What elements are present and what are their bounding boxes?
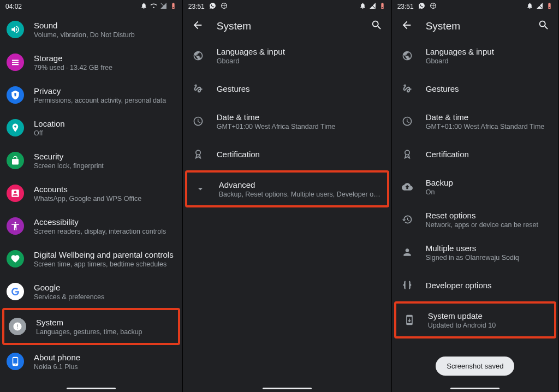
dnd-icon xyxy=(140,2,147,11)
item-title: System xyxy=(36,318,171,327)
item-title: Backup xyxy=(426,178,550,187)
settings-item-location[interactable]: LocationOff xyxy=(0,111,182,144)
system-list: Languages & inputGboard Gestures Date & … xyxy=(183,39,391,392)
system-item-reset[interactable]: Reset optionsNetwork, apps or device can… xyxy=(392,203,558,236)
settings-item-wellbeing[interactable]: Digital Wellbeing and parental controlsS… xyxy=(0,242,182,275)
item-subtitle: Volume, vibration, Do Not Disturb xyxy=(34,31,174,39)
system-item-update[interactable]: System updateUpdated to Android 10 xyxy=(396,304,554,336)
item-title: Advanced xyxy=(219,180,380,189)
item-subtitle: Network, apps or device can be reset xyxy=(426,221,550,229)
item-subtitle: Nokia 6.1 Plus xyxy=(34,363,174,371)
settings-item-system[interactable]: SystemLanguages, gestures, time, backup xyxy=(4,310,178,343)
braces-icon xyxy=(399,276,416,294)
nav-pill[interactable] xyxy=(67,388,116,389)
system-item-users[interactable]: Multiple usersSigned in as Olanrewaju So… xyxy=(392,236,558,269)
gesture-icon xyxy=(189,80,207,97)
globe-icon xyxy=(399,47,416,64)
update-icon xyxy=(401,311,418,329)
privacy-icon xyxy=(7,86,24,104)
item-title: Languages & input xyxy=(217,47,383,56)
item-title: Gestures xyxy=(426,84,550,93)
back-button[interactable] xyxy=(192,19,204,33)
nav-pill[interactable] xyxy=(263,388,312,389)
storage-icon xyxy=(7,54,24,71)
item-title: Google xyxy=(34,283,174,292)
item-subtitle: Backup, Reset options, Multiple users, D… xyxy=(219,191,380,198)
item-title: Reset options xyxy=(426,211,550,220)
reset-icon xyxy=(399,211,416,228)
snackbar[interactable]: Screenshot saved xyxy=(436,357,514,376)
settings-item-accessibility[interactable]: AccessibilityScreen readers, display, in… xyxy=(0,210,182,242)
battery-icon xyxy=(379,2,386,11)
system-item-advanced[interactable]: AdvancedBackup, Reset options, Multiple … xyxy=(187,173,387,205)
item-title: Accounts xyxy=(34,185,174,194)
system-item-certification[interactable]: Certification xyxy=(183,138,391,170)
item-subtitle: Off xyxy=(34,129,174,137)
item-title: Multiple users xyxy=(426,243,550,253)
nav-pill[interactable] xyxy=(450,388,499,389)
browser-icon xyxy=(430,2,437,11)
item-subtitle: WhatsApp, Google and WPS Office xyxy=(34,195,174,203)
status-bar: 04:02 xyxy=(0,0,182,13)
svg-point-3 xyxy=(405,150,409,155)
item-subtitle: Languages, gestures, time, backup xyxy=(36,328,171,336)
item-subtitle: Gboard xyxy=(217,57,383,65)
item-subtitle: Signed in as Olanrewaju Sodiq xyxy=(426,254,550,262)
battery-icon xyxy=(546,2,553,11)
item-title: Location xyxy=(34,119,174,128)
wellbeing-icon xyxy=(7,250,24,268)
status-bar: 23:51 xyxy=(183,0,391,13)
app-bar: System xyxy=(183,13,391,39)
clock-text: 04:02 xyxy=(5,3,22,10)
item-subtitle: Permissions, account activity, personal … xyxy=(34,97,174,104)
settings-item-security[interactable]: SecurityScreen lock, fingerprint xyxy=(0,144,182,177)
app-bar: System xyxy=(392,13,558,39)
item-subtitle: Services & preferences xyxy=(34,293,174,301)
system-item-languages[interactable]: Languages & inputGboard xyxy=(183,39,391,72)
wifi-icon xyxy=(150,2,157,11)
item-subtitle: Screen readers, display, interaction con… xyxy=(34,228,174,235)
settings-item-sound[interactable]: SoundVolume, vibration, Do Not Disturb xyxy=(0,13,182,46)
system-item-gestures[interactable]: Gestures xyxy=(183,72,391,105)
item-title: Security xyxy=(34,152,174,161)
item-title: Digital Wellbeing and parental controls xyxy=(34,250,174,259)
settings-item-storage[interactable]: Storage79% used · 13.42 GB free xyxy=(0,46,182,79)
settings-main-panel: 04:02 SoundVolume, vibration, Do Not Dis… xyxy=(0,0,183,392)
whatsapp-icon xyxy=(209,2,216,11)
signal-icon xyxy=(160,2,167,11)
signal-icon xyxy=(369,2,376,11)
item-title: Date & time xyxy=(217,112,383,122)
dnd-icon xyxy=(359,2,366,11)
user-icon xyxy=(399,243,416,261)
clock-icon xyxy=(189,112,207,130)
item-title: Date & time xyxy=(426,112,550,122)
system-item-datetime[interactable]: Date & timeGMT+01:00 West Africa Standar… xyxy=(183,105,391,138)
system-icon xyxy=(9,318,26,335)
back-button[interactable] xyxy=(401,19,413,33)
browser-icon xyxy=(221,2,228,11)
accessibility-icon xyxy=(7,217,24,235)
battery-icon xyxy=(170,2,177,11)
item-subtitle: On xyxy=(426,188,550,196)
item-subtitle: 79% used · 13.42 GB free xyxy=(34,64,174,72)
status-bar: 23:51 xyxy=(392,0,558,13)
system-item-backup[interactable]: BackupOn xyxy=(392,170,558,203)
system-item-gestures[interactable]: Gestures xyxy=(392,72,558,105)
search-button[interactable] xyxy=(538,19,550,33)
chevron-down-icon xyxy=(192,180,209,198)
clock-icon xyxy=(399,112,416,130)
item-title: Languages & input xyxy=(426,47,550,56)
system-item-developer[interactable]: Developer options xyxy=(392,269,558,301)
system-item-certification[interactable]: Certification xyxy=(392,138,558,170)
cloud-icon xyxy=(399,178,416,195)
settings-item-privacy[interactable]: PrivacyPermissions, account activity, pe… xyxy=(0,79,182,111)
settings-item-about[interactable]: About phoneNokia 6.1 Plus xyxy=(0,345,182,378)
settings-item-google[interactable]: GoogleServices & preferences xyxy=(0,275,182,308)
system-item-datetime[interactable]: Date & timeGMT+01:00 West Africa Standar… xyxy=(392,105,558,138)
settings-list: SoundVolume, vibration, Do Not Disturb S… xyxy=(0,13,182,392)
system-item-languages[interactable]: Languages & inputGboard xyxy=(392,39,558,72)
search-button[interactable] xyxy=(371,19,383,33)
item-subtitle: Updated to Android 10 xyxy=(428,322,548,329)
item-subtitle: GMT+01:00 West Africa Standard Time xyxy=(217,123,383,130)
settings-item-accounts[interactable]: AccountsWhatsApp, Google and WPS Office xyxy=(0,177,182,210)
